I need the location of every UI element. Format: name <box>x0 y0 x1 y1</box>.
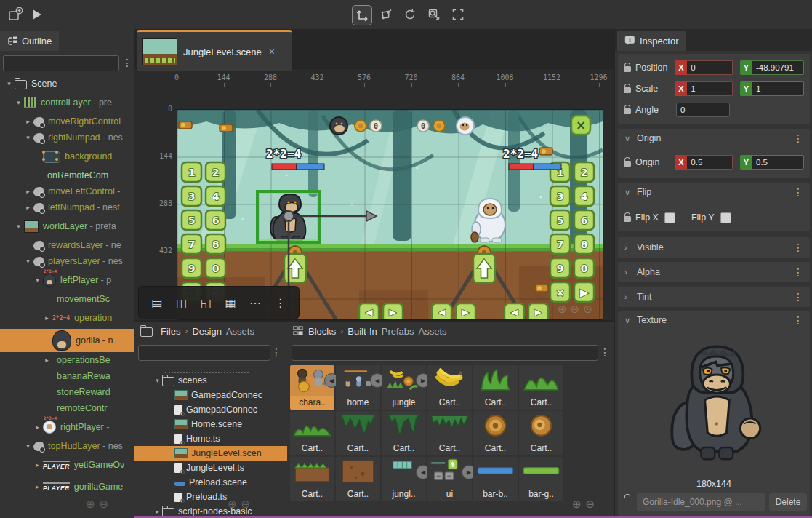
lock-icon[interactable] <box>624 66 631 72</box>
block-item[interactable]: Cart.. <box>336 457 380 501</box>
block-item[interactable]: bar-b.. <box>473 457 518 501</box>
outline-item[interactable]: ▸moveRightControl <box>0 113 134 130</box>
expander-icon[interactable]: ▸ <box>42 356 52 364</box>
file-item[interactable]: GamepadConnec <box>134 402 287 417</box>
outline-item[interactable]: ▸moveLeftControl - <box>0 183 134 199</box>
outline-search-input[interactable] <box>3 55 119 71</box>
expander-icon[interactable]: ▸ <box>23 188 33 195</box>
file-item[interactable]: Home.scene <box>134 417 287 431</box>
outline-item[interactable]: ▾Scene <box>0 76 134 92</box>
expander-icon[interactable]: ▸ <box>153 508 162 515</box>
tab-inspector[interactable]: i Inspector <box>617 31 686 51</box>
alpha-section-header[interactable]: › Alpha ⋮ <box>618 262 810 282</box>
outline-item[interactable]: ▾worldLayer - prefa <box>0 215 134 237</box>
outline-item[interactable]: ▸2*2=4rightPlayer - <box>0 416 134 438</box>
tab-blocks-assets[interactable]: Assets <box>419 326 447 337</box>
texture-delete-button[interactable]: Delete <box>769 493 807 511</box>
origin-x-input[interactable] <box>687 155 733 170</box>
outline-item[interactable]: remoteContr <box>0 400 134 416</box>
close-tab-icon[interactable]: × <box>269 46 275 57</box>
file-item[interactable]: JungleLevel.ts <box>134 461 287 475</box>
block-item[interactable]: Cart.. <box>427 365 472 410</box>
texture-file-button[interactable]: Gorilla-Idle_000.png @ ... <box>637 493 765 511</box>
outline-item[interactable]: ▸PLAYERyetiGameOv <box>0 454 134 476</box>
more-icon[interactable]: ⋯ <box>249 296 261 310</box>
files-zoom-controls[interactable]: ⊕⊖ <box>228 498 254 511</box>
expander-icon[interactable]: ▸ <box>23 118 33 125</box>
section-menu-icon[interactable]: ⋮ <box>793 315 803 325</box>
file-item[interactable]: Home.ts <box>134 431 287 446</box>
block-item[interactable]: ▶ui <box>427 457 472 501</box>
outline-item[interactable]: rewardsLayer - ne <box>0 237 134 253</box>
flip-section-header[interactable]: ∨ Flip ⋮ <box>618 183 810 201</box>
menu-icon[interactable]: ⋮ <box>275 296 286 310</box>
scale-x-input[interactable] <box>687 81 733 96</box>
block-item[interactable]: Cart.. <box>427 411 472 455</box>
outline-item[interactable]: ▸leftNumpad - nest <box>0 199 134 215</box>
blocks-search-input[interactable] <box>292 345 598 361</box>
list-icon[interactable]: ▤ <box>151 296 162 310</box>
tab-jungle-level-scene[interactable]: JungleLevel.scene × <box>137 30 292 71</box>
file-item[interactable]: Preload.ts <box>134 490 287 504</box>
outline-item[interactable]: ▸PLAYERgorillaGame <box>0 476 134 498</box>
block-item[interactable]: Cart.. <box>473 411 518 455</box>
outline-zoom-controls[interactable]: ⊕⊖ <box>86 498 113 511</box>
block-item[interactable]: Cart.. <box>382 411 426 455</box>
expander-icon[interactable]: ▾ <box>23 134 33 141</box>
file-item[interactable]: ▾scenes <box>134 373 287 388</box>
file-item[interactable]: Preload.scene <box>134 475 287 490</box>
origin-handle[interactable] <box>284 211 294 221</box>
outline-item[interactable]: ▾topHudLayer - nes <box>0 438 134 454</box>
outline-item[interactable]: ▾2*2=4leftPlayer - p <box>0 269 134 291</box>
lock-icon[interactable] <box>624 161 631 167</box>
tab-design[interactable]: Design <box>192 326 221 337</box>
outline-item[interactable]: ▸operationsBe <box>0 352 134 368</box>
tab-built-in[interactable]: Built-In <box>347 326 377 337</box>
files-menu-icon[interactable]: ⋮ <box>271 347 281 357</box>
polygon-tool-button[interactable] <box>377 5 395 24</box>
block-item[interactable]: Cart.. <box>519 365 563 410</box>
position-x-input[interactable] <box>687 60 733 75</box>
outline-item[interactable]: ▸2*2=4operation <box>0 307 134 329</box>
origin-tool-button[interactable] <box>449 5 467 24</box>
expander-icon[interactable]: ▾ <box>23 258 33 265</box>
outline-item[interactable]: stoneReward <box>0 384 134 400</box>
origin-section-header[interactable]: ∨ Origin ⋮ <box>618 130 810 147</box>
expander-icon[interactable]: ▾ <box>4 80 14 87</box>
tab-assets[interactable]: Assets <box>226 326 254 337</box>
block-item[interactable]: Cart.. <box>290 457 334 501</box>
block-item[interactable]: ◀jungl.. <box>382 457 426 501</box>
tint-section-header[interactable]: › Tint ⋮ <box>618 287 810 307</box>
lock-icon[interactable] <box>624 108 631 114</box>
expander-icon[interactable]: ▾ <box>33 276 42 284</box>
file-item[interactable]: GamepadConnec <box>134 388 287 402</box>
visible-section-header[interactable]: › Visible ⋮ <box>618 237 810 258</box>
play-button[interactable] <box>28 5 47 24</box>
outline-item[interactable]: movementSc <box>0 291 134 307</box>
expander-icon[interactable]: ▾ <box>153 377 162 384</box>
outline-item[interactable]: background <box>0 146 134 167</box>
block-item[interactable]: ◀home <box>336 365 380 410</box>
section-menu-icon[interactable]: ⋮ <box>793 187 803 197</box>
expander-icon[interactable]: ▸ <box>23 204 33 211</box>
expander-icon[interactable]: ▾ <box>14 99 23 106</box>
expander-icon[interactable]: ▸ <box>33 423 42 431</box>
flip-x-checkbox[interactable] <box>664 212 675 223</box>
outline-item[interactable]: gorilla - n <box>0 329 134 352</box>
translate-tool-button[interactable] <box>352 5 372 25</box>
block-item[interactable]: Cart.. <box>519 411 563 455</box>
panel-icon[interactable]: ◫ <box>176 296 187 310</box>
outline-menu-icon[interactable]: ⋮ <box>122 57 132 68</box>
block-item[interactable]: bar-g.. <box>519 457 563 501</box>
expander-icon[interactable]: ▸ <box>42 314 52 322</box>
outline-item[interactable]: bananaRewa <box>0 368 134 384</box>
scale-tool-button[interactable] <box>425 5 443 24</box>
file-item[interactable]: JungleLevel.scen <box>134 446 287 461</box>
section-menu-icon[interactable]: ⋮ <box>793 292 803 302</box>
section-menu-icon[interactable]: ⋮ <box>793 267 803 277</box>
scale-y-input[interactable] <box>752 81 804 96</box>
section-menu-icon[interactable]: ⋮ <box>793 242 803 252</box>
block-item[interactable]: Cart.. <box>290 411 334 455</box>
lock-icon[interactable] <box>624 87 631 93</box>
expander-icon[interactable]: ▾ <box>23 442 33 450</box>
